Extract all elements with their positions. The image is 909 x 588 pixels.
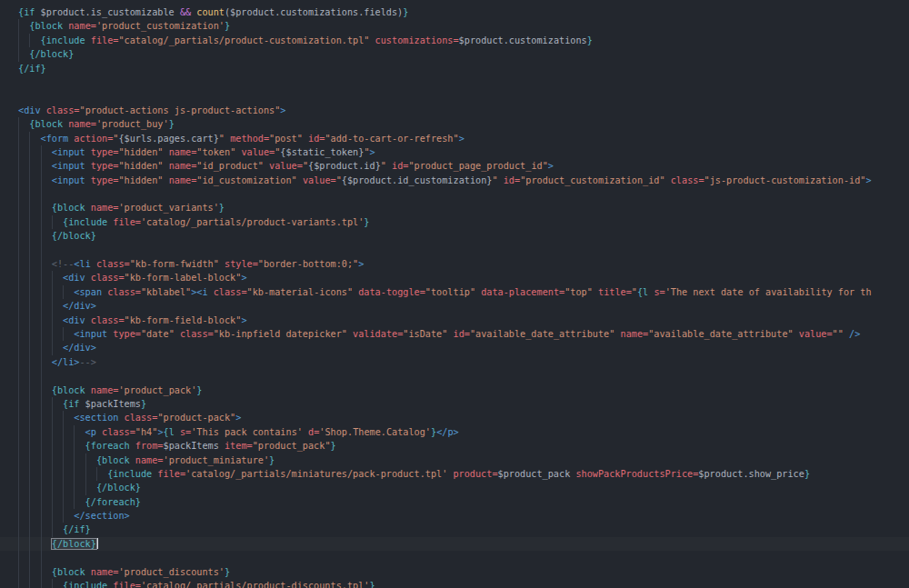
code-line[interactable] — [0, 369, 909, 383]
code-token: ><i — [191, 287, 207, 297]
code-line[interactable]: {block name='product_pack'} — [0, 384, 909, 397]
code-line[interactable]: {block name='product_discounts'} — [0, 565, 909, 579]
indent-guide — [29, 369, 30, 383]
code-line[interactable]: {if $product.is_customizable && count($p… — [0, 5, 909, 19]
code-token: "kb-form-label-block" — [125, 273, 242, 283]
code-line[interactable]: <span class="kblabel"><i class="kb-mater… — [0, 285, 909, 299]
code-text: </div> — [18, 301, 96, 311]
code-token: </li> — [52, 357, 80, 367]
code-line[interactable]: {include file='catalog/_partials/miniatu… — [0, 467, 909, 481]
code-token: id= — [504, 175, 520, 185]
code-token: && — [180, 7, 191, 17]
code-token: class= — [102, 427, 135, 437]
code-token: > — [548, 161, 554, 171]
code-line[interactable]: <div class="kb-form-label-block"> — [0, 271, 909, 284]
code-line[interactable]: <div class="product-actions js-product-a… — [0, 104, 909, 117]
code-line[interactable]: {block name='product_variants'} — [0, 201, 909, 214]
code-line[interactable] — [0, 187, 909, 201]
code-line[interactable]: {include file="catalog/_partials/product… — [0, 34, 909, 47]
code-token: } — [141, 399, 146, 409]
indent-guide — [18, 244, 19, 257]
code-token — [18, 469, 107, 479]
code-line[interactable]: <input type="date" class="kb-inpfield da… — [0, 327, 909, 341]
code-line[interactable]: <div class="kb-form-field-block"> — [0, 314, 909, 327]
code-line[interactable] — [0, 244, 909, 257]
code-line[interactable]: <!--<li class="kb-form-fwidth" style="bo… — [0, 257, 909, 271]
code-line[interactable]: <input type="hidden" name="id_customizat… — [0, 174, 909, 187]
code-line[interactable]: <input type="hidden" name="token" value=… — [0, 145, 909, 159]
code-line[interactable]: </li>--> — [0, 355, 909, 369]
code-token: {l — [637, 287, 648, 297]
code-line[interactable]: <p class="h4">{l s='This pack contains' … — [0, 425, 909, 439]
code-token: item= — [225, 441, 253, 451]
code-line[interactable]: <input type="hidden" name="id_product" v… — [0, 159, 909, 173]
code-token: class= — [91, 315, 125, 325]
code-text: <!--<li class="kb-form-fwidth" style="bo… — [18, 259, 364, 269]
code-token: type= — [91, 175, 119, 185]
code-token: validate= — [353, 329, 403, 339]
code-token: 'catalog/_partials/miniatures/pack-produ… — [185, 469, 447, 479]
code-token: <div — [63, 315, 85, 325]
code-token: value= — [269, 161, 303, 171]
code-token: "token" — [196, 147, 235, 157]
code-token — [18, 455, 96, 465]
code-token: <input — [52, 161, 85, 171]
code-line[interactable]: {/block} — [0, 537, 909, 551]
code-token: "kblabel" — [141, 287, 191, 297]
code-line[interactable]: {include file='catalog/_partials/product… — [0, 579, 909, 588]
code-line[interactable] — [0, 75, 909, 89]
code-line[interactable]: {block name='product_buy'} — [0, 117, 909, 131]
code-token: value= — [303, 175, 336, 185]
code-token: $product_pack — [498, 469, 571, 479]
code-token — [18, 524, 63, 534]
code-line[interactable]: {/block} — [0, 229, 909, 243]
code-text: </section> — [18, 511, 130, 521]
code-token: } — [169, 119, 175, 129]
code-token: 'catalog/_partials/product-variants.tpl' — [141, 217, 364, 227]
code-line[interactable]: </section> — [0, 509, 909, 523]
code-area[interactable]: {if $product.is_customizable && count($p… — [0, 5, 909, 588]
code-token: {$static_token} — [280, 147, 364, 157]
code-line[interactable]: {block name='product_miniature'} — [0, 453, 909, 467]
code-line[interactable]: {include file='catalog/_partials/product… — [0, 215, 909, 229]
code-line[interactable]: {/if} — [0, 62, 909, 75]
code-line[interactable]: {block name='product_customization'} — [0, 19, 909, 33]
code-token: file= — [113, 581, 141, 588]
code-token — [18, 49, 29, 59]
code-token: } — [196, 385, 202, 395]
code-token: "id_product" — [196, 161, 264, 171]
code-token: name= — [91, 203, 119, 213]
code-line[interactable] — [0, 89, 909, 103]
code-token: </p> — [436, 427, 459, 437]
code-line[interactable]: {/if} — [0, 523, 909, 536]
code-token: 'product_buy' — [96, 119, 169, 129]
code-editor[interactable]: {if $product.is_customizable && count($p… — [0, 0, 909, 588]
code-token: data-toggle= — [358, 287, 425, 297]
indent-guide — [41, 244, 42, 257]
code-line[interactable]: {/foreach} — [0, 495, 909, 509]
code-line[interactable]: {foreach from=$packItems item="product_p… — [0, 439, 909, 453]
code-line[interactable]: {/block} — [0, 47, 909, 61]
code-token: "product_page_product_id" — [408, 161, 547, 171]
code-line[interactable]: {/block} — [0, 481, 909, 494]
code-token: {/block} — [52, 231, 96, 241]
code-token: s= — [654, 287, 664, 297]
code-token: file= — [91, 35, 119, 45]
code-line[interactable]: <section class="product-pack"> — [0, 411, 909, 424]
code-token: <section — [74, 413, 118, 423]
code-line[interactable]: </div> — [0, 299, 909, 313]
code-line[interactable]: {if $packItems} — [0, 397, 909, 411]
code-token: "available_date_attribute" — [470, 329, 614, 339]
code-token — [18, 413, 74, 423]
code-text: {include file='catalog/_partials/product… — [18, 217, 369, 227]
code-text: <input type="date" class="kb-inpfield da… — [18, 329, 860, 339]
code-text: {block name='product_miniature'} — [18, 455, 275, 465]
code-token: {l — [164, 427, 175, 437]
code-token: 'product_miniature' — [164, 455, 270, 465]
code-line[interactable] — [0, 551, 909, 564]
code-token: {block — [52, 567, 85, 577]
code-token — [18, 357, 52, 367]
code-line[interactable]: <form action="{$urls.pages.cart}" method… — [0, 132, 909, 145]
indent-guide — [41, 369, 42, 383]
code-line[interactable]: </div> — [0, 341, 909, 354]
